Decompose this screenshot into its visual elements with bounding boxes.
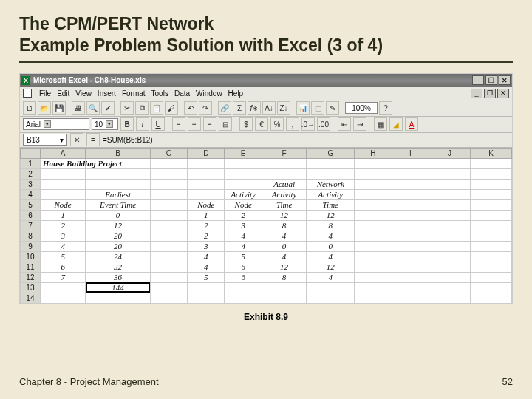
cell-a8[interactable]: 3 [40, 231, 86, 241]
cell-b10[interactable]: 24 [86, 251, 150, 262]
row-14[interactable]: 14 [21, 293, 512, 303]
cell-e5[interactable]: Node [225, 200, 262, 210]
cell-e12[interactable]: 6 [225, 272, 262, 282]
formula-text[interactable]: =SUM(B6:B12) [103, 136, 153, 144]
cell-f7[interactable]: 8 [262, 220, 306, 231]
autosum-icon[interactable]: Σ [233, 101, 246, 115]
row-10[interactable]: 105244544 [21, 251, 512, 262]
menu-edit[interactable]: Edit [57, 89, 69, 98]
font-name-combo[interactable]: Arial ▾ [23, 118, 89, 130]
cell-g10[interactable]: 4 [307, 251, 355, 262]
copy-icon[interactable]: ⧉ [135, 101, 149, 115]
currency-icon[interactable]: $ [239, 117, 253, 131]
cell-d10[interactable]: 4 [188, 251, 225, 262]
undo-icon[interactable]: ↶ [184, 101, 197, 115]
col-head-i[interactable]: I [392, 148, 429, 158]
row-12[interactable]: 127365684 [21, 272, 512, 282]
borders-icon[interactable]: ▦ [374, 117, 387, 131]
fill-color-icon[interactable]: ◢ [389, 117, 403, 131]
doc-restore-button[interactable]: ❐ [484, 89, 496, 98]
cell-g6[interactable]: 12 [307, 210, 355, 220]
cell-e9[interactable]: 4 [225, 241, 262, 251]
menu-format[interactable]: Format [122, 89, 146, 98]
name-box[interactable]: B13 ▾ [23, 134, 67, 146]
align-left-icon[interactable]: ≡ [172, 117, 185, 131]
underline-icon[interactable]: U [151, 117, 165, 131]
col-head-e[interactable]: E [225, 148, 262, 158]
close-button[interactable]: ✕ [499, 75, 511, 85]
cell-b13[interactable]: 144 [86, 282, 150, 293]
cell-b11[interactable]: 32 [86, 262, 150, 272]
cell-a6[interactable]: 1 [40, 210, 86, 220]
menu-tools[interactable]: Tools [151, 89, 168, 98]
comma-icon[interactable]: , [286, 117, 299, 131]
cell-g9[interactable]: 0 [307, 241, 355, 251]
font-size-combo[interactable]: 10 ▾ [92, 118, 118, 130]
row-5[interactable]: 5 Node Event Time Node Node Time Time [21, 200, 512, 210]
cell-f3[interactable]: Actual [262, 179, 306, 189]
maximize-button[interactable]: ❐ [485, 75, 497, 85]
cell-g3[interactable]: Network [307, 179, 355, 189]
decrease-indent-icon[interactable]: ⇤ [338, 117, 351, 131]
row-8[interactable]: 83202444 [21, 231, 512, 241]
minimize-button[interactable]: _ [472, 75, 484, 85]
chart-wizard-icon[interactable]: 📊 [296, 101, 310, 115]
cell-a12[interactable]: 7 [40, 272, 86, 282]
cell-f4[interactable]: Activity [262, 189, 306, 200]
save-icon[interactable]: 💾 [52, 101, 66, 115]
new-icon[interactable]: 🗋 [23, 101, 36, 115]
row-2[interactable]: 2 [21, 168, 512, 179]
menu-window[interactable]: Window [196, 89, 222, 98]
drawing-icon[interactable]: ✎ [326, 101, 339, 115]
cell-e8[interactable]: 4 [225, 231, 262, 241]
cell-b4[interactable]: Earliest [86, 189, 150, 200]
menu-view[interactable]: View [75, 89, 92, 98]
cell-g12[interactable]: 4 [307, 272, 355, 282]
increase-indent-icon[interactable]: ⇥ [353, 117, 366, 131]
map-icon[interactable]: ◳ [311, 101, 324, 115]
select-all-corner[interactable] [21, 148, 41, 158]
function-icon[interactable]: f∗ [248, 101, 261, 115]
decrease-decimal-icon[interactable]: .00 [317, 117, 330, 131]
cell-f9[interactable]: 0 [262, 241, 306, 251]
cell-e7[interactable]: 3 [225, 220, 262, 231]
spellcheck-icon[interactable]: ✔ [101, 101, 115, 115]
sort-asc-icon[interactable]: A↓ [262, 101, 276, 115]
doc-close-button[interactable]: ✕ [497, 89, 509, 98]
cell-e10[interactable]: 5 [225, 251, 262, 262]
row-3[interactable]: 3 Actual Network [21, 179, 512, 189]
enter-formula-icon[interactable]: = [86, 133, 100, 146]
col-head-d[interactable]: D [188, 148, 225, 158]
cell-d9[interactable]: 3 [188, 241, 225, 251]
menu-help[interactable]: Help [228, 89, 244, 98]
align-center-icon[interactable]: ≡ [188, 117, 201, 131]
euro-icon[interactable]: € [255, 117, 268, 131]
italic-icon[interactable]: I [136, 117, 149, 131]
cell-e4[interactable]: Activity [225, 189, 262, 200]
bold-icon[interactable]: B [120, 117, 134, 131]
menu-data[interactable]: Data [174, 89, 190, 98]
cell-b6[interactable]: 0 [86, 210, 150, 220]
col-head-f[interactable]: F [262, 148, 306, 158]
cell-b9[interactable]: 20 [86, 241, 150, 251]
redo-icon[interactable]: ↷ [199, 101, 212, 115]
col-head-k[interactable]: K [470, 148, 511, 158]
doc-minimize-button[interactable]: _ [471, 89, 482, 98]
menu-insert[interactable]: Insert [98, 89, 116, 98]
hyperlink-icon[interactable]: 🔗 [218, 101, 231, 115]
cell-b7[interactable]: 12 [86, 220, 150, 231]
cell-d6[interactable]: 1 [188, 210, 225, 220]
cell-g7[interactable]: 8 [307, 220, 355, 231]
increase-decimal-icon[interactable]: .0→ [301, 117, 315, 131]
paste-icon[interactable]: 📋 [150, 101, 163, 115]
col-head-j[interactable]: J [429, 148, 470, 158]
cell-f6[interactable]: 12 [262, 210, 306, 220]
cell-d8[interactable]: 2 [188, 231, 225, 241]
cell-d12[interactable]: 5 [188, 272, 225, 282]
cell-a9[interactable]: 4 [40, 241, 86, 251]
open-icon[interactable]: 📂 [38, 101, 51, 115]
cell-f10[interactable]: 4 [262, 251, 306, 262]
cut-icon[interactable]: ✂ [120, 101, 134, 115]
cell-d5[interactable]: Node [188, 200, 225, 210]
cell-g8[interactable]: 4 [307, 231, 355, 241]
